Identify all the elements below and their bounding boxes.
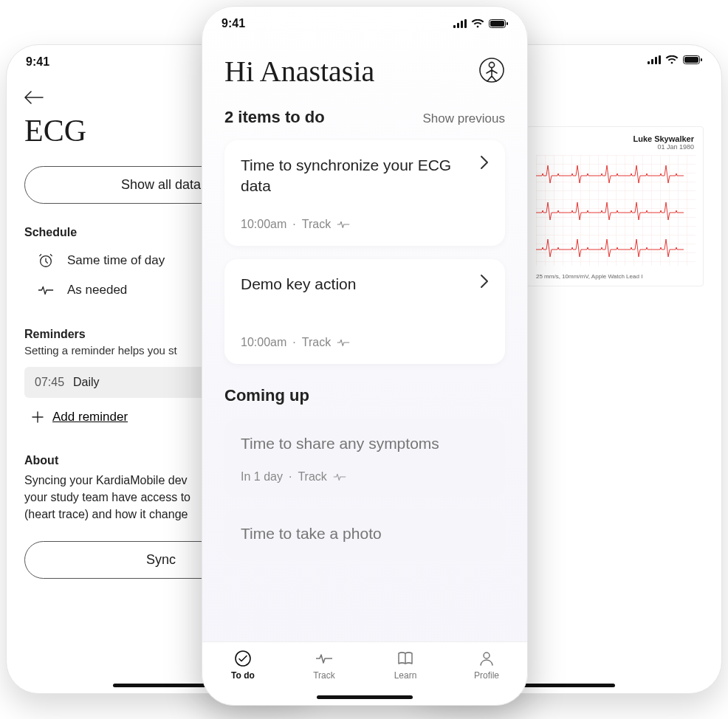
home-indicator [519,684,615,687]
svg-rect-18 [461,21,463,28]
tab-label: Profile [474,670,499,681]
plus-icon [32,411,44,423]
tab-label: Track [313,670,335,681]
status-bar: 9:41 [202,7,527,30]
signal-icon [453,19,467,28]
phone-center: 9:41 Hi Anastasia 2 items to do Show pre… [202,6,528,706]
svg-rect-17 [457,23,459,28]
book-icon [396,650,414,667]
signal-icon [648,55,661,64]
wifi-icon [665,55,679,64]
card-meta-time: 10:00am [241,336,286,349]
arrow-left-icon [24,91,44,104]
ecg-report-card[interactable]: Luke Skywalker 01 Jan 1980 [526,126,704,286]
schedule-item-label: As needed [67,283,127,297]
svg-rect-21 [490,21,504,27]
todo-card-demo-action[interactable]: Demo key action 10:00am · Track [224,259,505,364]
battery-icon [683,55,702,64]
pulse-icon [337,338,350,347]
svg-rect-8 [648,61,650,64]
tab-profile[interactable]: Profile [446,650,527,681]
pulse-icon [337,220,350,229]
checkmark-circle-icon [234,650,252,667]
coming-up-header: Coming up [224,386,505,405]
person-icon [478,650,495,667]
card-meta-category: Track [302,218,331,231]
svg-rect-10 [655,57,657,64]
status-time: 9:41 [26,55,49,69]
sync-label: Sync [146,552,176,567]
battery-icon [489,19,508,28]
schedule-item-label: Same time of day [67,253,165,268]
chevron-right-icon [480,274,489,289]
home-indicator [113,684,209,687]
status-icons [453,19,508,28]
reminder-frequency: Daily [73,376,100,389]
svg-point-24 [489,62,494,67]
reminder-time: 07:45 [35,376,64,389]
tab-label: To do [231,670,255,681]
add-reminder-label: Add reminder [52,410,128,424]
svg-point-25 [236,651,250,666]
card-meta-category: Track [302,336,331,349]
show-previous-link[interactable]: Show previous [422,111,505,126]
wifi-icon [471,19,484,28]
ecg-date: 01 Jan 1980 [536,143,694,151]
svg-point-26 [484,653,490,658]
clock-icon [38,252,54,269]
svg-rect-16 [453,25,456,28]
card-title: Time to synchronize your ECG data [241,155,480,197]
card-title: Demo key action [241,274,368,295]
tab-learn[interactable]: Learn [365,650,446,681]
status-icons [648,55,702,64]
card-meta-time: In 1 day [241,470,283,484]
card-title: Time to take a photo [241,523,489,544]
card-title: Time to share any symptoms [241,433,489,454]
svg-rect-11 [659,55,661,64]
pulse-icon [333,472,346,481]
todo-count-header: 2 items to do [224,108,325,127]
ecg-footer: 25 mm/s, 10mm/mV, Apple Watch Lead I [536,273,694,280]
tab-todo[interactable]: To do [202,650,284,681]
tab-label: Learn [394,670,417,681]
todo-card-sync-ecg[interactable]: Time to synchronize your ECG data 10:00a… [224,140,505,246]
upcoming-card-symptoms[interactable]: Time to share any symptoms In 1 day · Tr… [224,419,505,498]
home-indicator [317,695,413,699]
pulse-icon [315,650,333,667]
tab-track[interactable]: Track [284,650,365,681]
chevron-right-icon [480,155,489,170]
status-time: 9:41 [222,17,245,30]
card-meta-category: Track [298,470,326,484]
show-all-data-label: Show all data [121,177,201,192]
person-circle-icon [478,57,505,83]
upcoming-card-photo[interactable]: Time to take a photo [224,509,505,559]
ecg-waveform-icon [536,155,696,266]
svg-rect-22 [506,22,508,25]
ecg-patient-name: Luke Skywalker [536,134,694,143]
card-meta-time: 10:00am [241,218,286,231]
greeting-title: Hi Anastasia [224,54,374,89]
profile-button[interactable] [478,57,505,86]
pulse-icon [38,282,54,298]
svg-rect-9 [651,59,653,64]
svg-rect-14 [701,58,702,61]
svg-rect-13 [684,57,698,63]
svg-rect-19 [464,19,467,28]
